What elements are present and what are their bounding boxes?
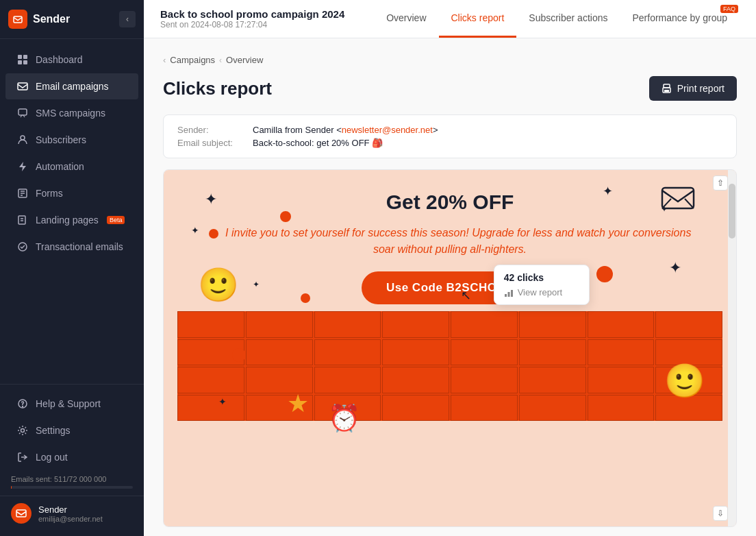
email-body-text: I invite you to set yourself for success…: [205, 225, 695, 258]
subject-row: Email subject: Back-to-school: get 20% O…: [177, 138, 722, 148]
sidebar-item-label: Settings: [36, 425, 71, 436]
sidebar-item-subscribers[interactable]: Subscribers: [5, 127, 138, 153]
breadcrumb-overview[interactable]: Overview: [226, 55, 263, 65]
grid-icon: [16, 53, 29, 66]
breadcrumb-arrow-left: ‹: [163, 55, 166, 65]
grid-cell: [451, 395, 518, 422]
sparkle-icon-2: ✦: [191, 225, 199, 236]
svg-rect-4: [23, 60, 27, 64]
sidebar-item-label: Help & Support: [36, 398, 101, 409]
grid-cell: [519, 367, 586, 393]
sidebar-collapse-button[interactable]: ‹: [119, 11, 136, 27]
scroll-up-button[interactable]: ⇧: [713, 175, 728, 191]
sidebar-item-label: Dashboard: [36, 54, 83, 65]
svg-rect-6: [18, 109, 27, 115]
help-icon: [16, 398, 29, 410]
sidebar-item-logout[interactable]: Log out: [5, 444, 138, 470]
grid-cell: [588, 339, 655, 366]
sidebar-item-transactional[interactable]: Transactional emails: [5, 234, 138, 260]
user-email: emilija@sender.net: [38, 515, 103, 523]
sidebar-bottom: Help & Support Settings Log out Emails s…: [0, 384, 144, 536]
sidebar-user[interactable]: Sender emilija@sender.net: [0, 496, 144, 531]
sparkle-icon-4: ✦: [603, 184, 613, 199]
grid-cell: [519, 339, 586, 366]
bar-chart-icon: [504, 288, 514, 297]
orange-grid: // Render grid cells document.addEventLi…: [177, 311, 722, 421]
subject-label: Email subject:: [177, 138, 246, 148]
grid-cell: [246, 339, 313, 366]
sidebar-item-sms-campaigns[interactable]: SMS campaigns: [5, 100, 138, 126]
tooltip-view-report[interactable]: View report: [504, 287, 579, 297]
sidebar-item-label: Log out: [36, 452, 68, 463]
grid-cell: [314, 311, 381, 338]
envelope-deco: [661, 184, 695, 215]
sidebar: Sender ‹ Dashboard Email campaigns SMS c…: [0, 0, 144, 536]
grid-cell: [246, 311, 313, 338]
avatar: [11, 503, 32, 524]
svg-rect-3: [18, 60, 22, 64]
email-body: ✦ ✦ ✦ ✦ ✦ ✦ ✦ ✦: [164, 170, 736, 526]
sender-value: Camilla from Sender <newsletter@sender.n…: [253, 125, 438, 135]
bullet-dot: [209, 229, 218, 239]
grid-cell: [314, 367, 381, 393]
tab-overview[interactable]: Overview: [374, 0, 438, 38]
scroll-down-button[interactable]: ⇩: [713, 506, 728, 521]
sender-email-close: >: [433, 125, 438, 135]
breadcrumb-campaigns[interactable]: Campaigns: [170, 55, 215, 65]
svg-marker-8: [19, 162, 26, 171]
app-name: Sender: [33, 13, 70, 25]
printer-icon: [662, 84, 672, 94]
grid-cell: [177, 395, 244, 422]
grid-cell: [519, 311, 586, 338]
sidebar-item-email-campaigns[interactable]: Email campaigns: [5, 73, 138, 99]
app-logo[interactable]: Sender: [8, 10, 70, 29]
sidebar-header: Sender ‹: [0, 0, 144, 39]
svg-rect-24: [662, 188, 694, 208]
gear-icon: [16, 424, 29, 437]
tab-performance-by-group[interactable]: Performance by group FAQ: [620, 0, 740, 38]
grid-cell: [519, 395, 586, 422]
sidebar-item-help-support[interactable]: Help & Support: [5, 391, 138, 417]
sidebar-item-automation[interactable]: Automation: [5, 154, 138, 180]
sender-name: Camilla from Sender: [253, 125, 334, 135]
tab-clicks-report[interactable]: Clicks report: [439, 0, 517, 38]
sender-email[interactable]: newsletter@sender.net: [342, 125, 433, 135]
sparkle-icon-1: ✦: [205, 191, 217, 208]
grid-cell: [451, 339, 518, 366]
email-info-card: Sender: Camilla from Sender <newsletter@…: [163, 114, 737, 158]
sidebar-item-landing-pages[interactable]: Landing pages Beta: [5, 207, 138, 233]
grid-cell: [382, 395, 449, 422]
transactional-icon: [16, 241, 29, 253]
scrollbar-thumb[interactable]: [729, 184, 735, 239]
tab-subscriber-actions[interactable]: Subscriber actions: [516, 0, 620, 38]
svg-rect-25: [505, 294, 507, 297]
deco-circle-1: [280, 211, 291, 222]
svg-point-7: [21, 136, 25, 140]
cta-area: Use Code B2SCHOOL ↖ 42 clicks: [177, 271, 722, 304]
email-headline-area: Get 20% OFF: [177, 184, 722, 218]
topbar-tabs: Overview Clicks report Subscriber action…: [374, 0, 740, 38]
user-name: Sender: [38, 504, 103, 515]
sidebar-nav: Dashboard Email campaigns SMS campaigns …: [0, 39, 144, 384]
page-header: Clicks report Print report: [163, 76, 737, 101]
forms-icon: [16, 187, 29, 199]
campaign-date: Sent on 2024-08-08 17:27:04: [160, 20, 374, 29]
sidebar-item-forms[interactable]: Forms: [5, 180, 138, 206]
scrollbar-track[interactable]: [728, 170, 736, 526]
svg-rect-23: [664, 90, 669, 92]
sms-icon: [16, 107, 29, 119]
page-title: Clicks report: [163, 78, 272, 99]
sidebar-item-label: Automation: [36, 161, 84, 172]
sidebar-item-label: SMS campaigns: [36, 108, 105, 119]
emails-sent-progress-fill: [11, 486, 12, 489]
sender-row: Sender: Camilla from Sender <newsletter@…: [177, 125, 722, 135]
sidebar-item-settings[interactable]: Settings: [5, 417, 138, 443]
svg-rect-2: [23, 55, 27, 59]
subject-value: Back-to-school: get 20% OFF 🎒: [253, 138, 383, 148]
svg-rect-0: [14, 16, 22, 23]
page-content: ‹ Campaigns ‹ Overview Clicks report Pri…: [144, 38, 756, 536]
sidebar-item-dashboard[interactable]: Dashboard: [5, 47, 138, 73]
email-body-copy: I invite you to set yourself for success…: [225, 227, 691, 255]
email-preview-inner[interactable]: ⇧ ✦ ✦ ✦ ✦ ✦ ✦ ✦ ✦: [164, 170, 736, 526]
print-report-button[interactable]: Print report: [649, 76, 737, 101]
